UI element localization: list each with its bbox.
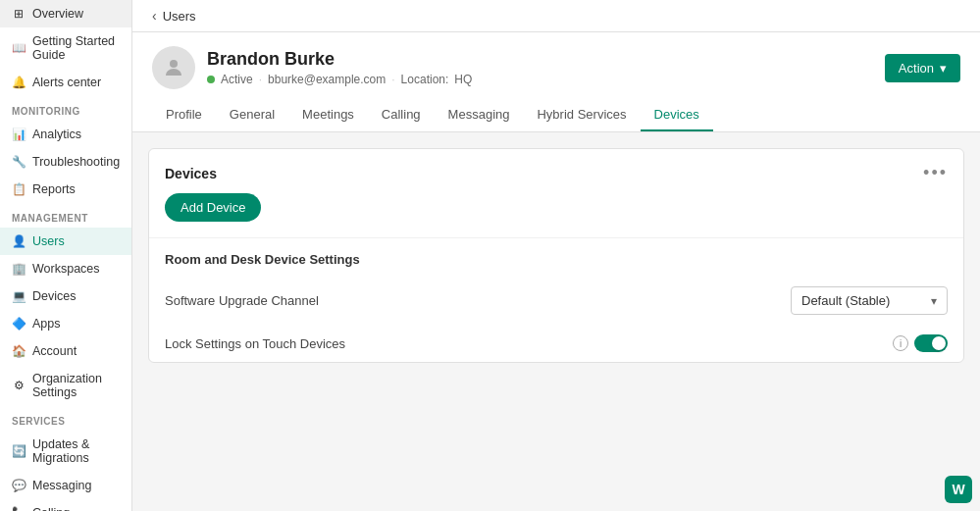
devices-card: Devices ••• Add Device Room and Desk Dev… bbox=[148, 148, 964, 363]
home-icon: 🏠 bbox=[12, 344, 26, 358]
lock-settings-label: Lock Settings on Touch Devices bbox=[165, 336, 345, 351]
user-email: bburke@example.com bbox=[268, 73, 386, 86]
sidebar-item-calling[interactable]: 📞 Calling bbox=[0, 499, 131, 511]
user-location: HQ bbox=[454, 73, 472, 86]
tab-messaging[interactable]: Messaging bbox=[435, 99, 524, 131]
sidebar-item-account[interactable]: 🏠 Account bbox=[0, 337, 131, 365]
phone-icon: 📞 bbox=[12, 506, 26, 511]
device-icon: 💻 bbox=[12, 289, 26, 303]
apps-icon: 🔷 bbox=[12, 317, 26, 331]
add-device-button[interactable]: Add Device bbox=[165, 193, 261, 222]
sidebar-item-users[interactable]: 👤 Users bbox=[0, 228, 131, 255]
user-icon: 👤 bbox=[12, 234, 26, 248]
card-body: Add Device bbox=[149, 193, 963, 237]
webex-icon[interactable]: W bbox=[945, 476, 972, 503]
tab-general[interactable]: General bbox=[216, 99, 288, 131]
sidebar-item-org-settings[interactable]: ⚙ Organization Settings bbox=[0, 365, 131, 406]
chart-icon: 📊 bbox=[12, 128, 26, 141]
sidebar-item-apps[interactable]: 🔷 Apps bbox=[0, 310, 131, 337]
tabs: Profile General Meetings Calling Messagi… bbox=[152, 99, 960, 131]
software-upgrade-row: Software Upgrade Channel Default (Stable… bbox=[149, 277, 963, 325]
sidebar-item-reports[interactable]: 📋 Reports bbox=[0, 176, 131, 203]
sidebar-item-alerts[interactable]: 🔔 Alerts center bbox=[0, 69, 131, 96]
tab-meetings[interactable]: Meetings bbox=[288, 99, 368, 131]
sidebar: ⊞ Overview 📖 Getting Started Guide 🔔 Ale… bbox=[0, 0, 132, 511]
toggle-knob bbox=[932, 336, 946, 350]
card-header: Devices ••• bbox=[149, 149, 963, 193]
user-name: Brandon Burke bbox=[207, 49, 472, 70]
sidebar-item-troubleshooting[interactable]: 🔧 Troubleshooting bbox=[0, 148, 131, 176]
tab-profile[interactable]: Profile bbox=[152, 99, 216, 131]
devices-card-title: Devices bbox=[165, 166, 217, 181]
lock-settings-toggle[interactable] bbox=[914, 334, 948, 352]
card-menu-icon[interactable]: ••• bbox=[923, 163, 948, 183]
sidebar-item-devices[interactable]: 💻 Devices bbox=[0, 282, 131, 310]
sidebar-item-getting-started[interactable]: 📖 Getting Started Guide bbox=[0, 27, 131, 69]
management-label: MANAGEMENT bbox=[0, 203, 131, 228]
location-label: Location: bbox=[401, 73, 449, 86]
monitoring-label: MONITORING bbox=[0, 96, 131, 121]
action-button[interactable]: Action ▾ bbox=[885, 54, 960, 82]
user-meta: Active · bburke@example.com · Location: … bbox=[207, 73, 472, 86]
services-label: SERVICES bbox=[0, 406, 131, 431]
software-upgrade-label: Software Upgrade Channel bbox=[165, 293, 319, 308]
topbar: ‹ Users bbox=[132, 0, 980, 32]
tab-devices[interactable]: Devices bbox=[641, 99, 713, 131]
bell-icon: 🔔 bbox=[12, 76, 26, 89]
room-settings-title: Room and Desk Device Settings bbox=[149, 237, 963, 277]
user-status: Active bbox=[221, 73, 253, 86]
overview-icon: ⊞ bbox=[12, 7, 26, 21]
user-details: Brandon Burke Active · bburke@example.co… bbox=[207, 49, 472, 86]
chat-icon: 💬 bbox=[12, 479, 26, 492]
lock-settings-toggle-container: i bbox=[893, 334, 948, 352]
info-icon[interactable]: i bbox=[893, 335, 908, 351]
gear-icon: ⚙ bbox=[12, 379, 26, 392]
building-icon: 🏢 bbox=[12, 262, 26, 276]
sidebar-item-overview[interactable]: ⊞ Overview bbox=[0, 0, 131, 27]
tab-calling[interactable]: Calling bbox=[368, 99, 435, 131]
lock-settings-row: Lock Settings on Touch Devices i bbox=[149, 325, 963, 362]
sidebar-item-workspaces[interactable]: 🏢 Workspaces bbox=[0, 255, 131, 282]
breadcrumb-users: Users bbox=[163, 9, 196, 24]
sidebar-item-messaging[interactable]: 💬 Messaging bbox=[0, 472, 131, 499]
content-area: Devices ••• Add Device Room and Desk Dev… bbox=[132, 132, 980, 511]
chevron-down-icon: ▾ bbox=[931, 294, 937, 308]
svg-point-0 bbox=[170, 60, 178, 68]
chevron-down-icon: ▾ bbox=[940, 61, 947, 76]
book-icon: 📖 bbox=[12, 41, 26, 55]
clipboard-icon: 📋 bbox=[12, 182, 26, 196]
wrench-icon: 🔧 bbox=[12, 155, 26, 169]
avatar bbox=[152, 46, 195, 89]
status-dot bbox=[207, 76, 215, 83]
back-arrow[interactable]: ‹ bbox=[152, 8, 157, 24]
refresh-icon: 🔄 bbox=[12, 444, 26, 458]
user-header: Brandon Burke Active · bburke@example.co… bbox=[132, 32, 980, 132]
tab-hybrid-services[interactable]: Hybrid Services bbox=[523, 99, 640, 131]
dropdown-value: Default (Stable) bbox=[801, 293, 890, 308]
software-upgrade-dropdown[interactable]: Default (Stable) ▾ bbox=[791, 286, 948, 315]
sidebar-item-updates[interactable]: 🔄 Updates & Migrations bbox=[0, 431, 131, 472]
main-content: ‹ Users Brandon Burke Active · bbox=[132, 0, 980, 511]
sidebar-item-analytics[interactable]: 📊 Analytics bbox=[0, 121, 131, 148]
user-info: Brandon Burke Active · bburke@example.co… bbox=[152, 46, 472, 89]
